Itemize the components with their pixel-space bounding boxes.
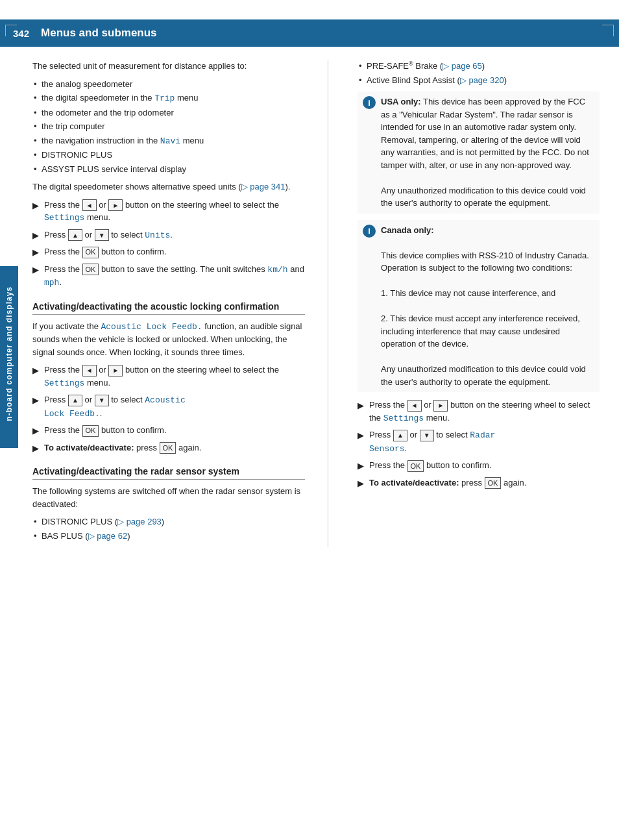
list-item: the navigation instruction in the Navi m…	[32, 134, 305, 148]
list-item: DISTRONIC PLUS	[32, 149, 305, 162]
section2-body: The following systems are switched off w…	[32, 485, 305, 510]
info-text-canada: Canada only: This device complies with R…	[381, 224, 594, 389]
btn-right-s1: ►	[108, 365, 123, 377]
s1-step-activate-text: To activate/deactivate: press OK again.	[44, 441, 201, 454]
step-ud-text: Press ▲ or ▼ to select Units.	[44, 229, 173, 242]
ref-65: ▷ page 65	[443, 61, 482, 71]
btn-ok-1: OK	[82, 247, 99, 258]
list-item-bas: BAS PLUS (▷ page 62)	[32, 530, 305, 543]
ref-293: ▷ page 293	[117, 517, 162, 526]
arrow-s1-3: ▶	[32, 425, 39, 438]
btn-ok-activate-s1: OK	[160, 442, 176, 454]
code-navi: Navi	[160, 136, 180, 146]
arrow-r2: ▶	[358, 429, 364, 442]
list-item-blind-spot: Active Blind Spot Assist (▷ page 320)	[358, 74, 600, 87]
right-col: PRE-SAFE® Brake (▷ page 65) Active Blind…	[351, 60, 600, 547]
btn-ok-2: OK	[82, 264, 99, 275]
info-icon-canada: i	[363, 225, 376, 238]
list-item: the odometer and the trip odometer	[32, 106, 305, 119]
code-trip: Trip	[154, 93, 175, 103]
blue-square-accent	[0, 422, 18, 440]
btn-up-r: ▲	[393, 430, 407, 441]
btn-up: ▲	[68, 229, 82, 241]
step-ok-save: ▶ Press the OK button to save the settin…	[32, 263, 305, 290]
right-bullets: PRE-SAFE® Brake (▷ page 65) Active Blind…	[358, 60, 600, 86]
arrow-right-icon4: ▶	[32, 264, 39, 277]
code-mph: mph	[44, 278, 59, 288]
list-item: the trip computer	[32, 120, 305, 133]
arrow-r1: ▶	[358, 399, 364, 412]
s1-step-activate: ▶ To activate/deactivate: press OK again…	[32, 441, 305, 455]
section1-heading: Activating/deactivating the acoustic loc…	[32, 301, 305, 312]
section1-divider	[32, 314, 305, 315]
corner-tr	[602, 25, 614, 36]
code-settings-r: Settings	[383, 414, 424, 423]
corner-tl	[5, 25, 17, 36]
s1-step-ud-text: Press ▲ or ▼ to select AcousticLock Feed…	[44, 393, 186, 420]
r-step-lr-text: Press the ◄ or ► button on the steering …	[369, 399, 600, 425]
r-step-ud: ▶ Press ▲ or ▼ to select RadarSensors.	[358, 428, 600, 455]
step-ok-confirm: ▶ Press the OK button to confirm.	[32, 245, 305, 259]
arrow-s1-2: ▶	[32, 394, 39, 407]
list-item: ASSYST PLUS service interval display	[32, 163, 305, 176]
btn-up-s1: ▲	[68, 395, 82, 406]
col-divider	[328, 60, 328, 547]
canada-label: Canada only:	[381, 225, 434, 235]
code-settings-s1: Settings	[44, 378, 84, 388]
r-step-ok-text: Press the OK button to confirm.	[369, 459, 492, 472]
section2-divider	[32, 479, 305, 480]
code-kmh: km/h	[267, 265, 287, 275]
arrow-right-icon2: ▶	[32, 229, 39, 242]
info-block-canada: i Canada only: This device complies with…	[358, 220, 600, 393]
ref-62: ▷ page 62	[88, 531, 128, 541]
arrow-s1-1: ▶	[32, 364, 39, 377]
step-ok-text: Press the OK button to confirm.	[44, 245, 167, 258]
s1-step-ok-text: Press the OK button to confirm.	[44, 424, 167, 437]
code-settings: Settings	[44, 213, 84, 223]
activate-label-s1: To activate/deactivate:	[44, 443, 134, 452]
btn-ok-r: OK	[407, 460, 424, 472]
r-step-ud-text: Press ▲ or ▼ to select RadarSensors.	[369, 428, 495, 455]
step-lr-text: Press the ◄ or ► button on the steering …	[44, 199, 305, 225]
r-step-lr: ▶ Press the ◄ or ► button on the steerin…	[358, 399, 600, 425]
btn-ok-activate-r: OK	[485, 477, 502, 489]
s1-step-ok: ▶ Press the OK button to confirm.	[32, 424, 305, 438]
step-lr-settings: ▶ Press the ◄ or ► button on the steerin…	[32, 199, 305, 225]
list-item: the analog speedometer	[32, 78, 305, 91]
list-item-presafe: PRE-SAFE® Brake (▷ page 65)	[358, 60, 600, 73]
content-area: The selected unit of measurement for dis…	[0, 47, 619, 560]
arrow-r4: ▶	[358, 477, 364, 490]
s1-step-ud: ▶ Press ▲ or ▼ to select AcousticLock Fe…	[32, 393, 305, 420]
left-col: The selected unit of measurement for dis…	[32, 60, 305, 547]
s1-step-lr: ▶ Press the ◄ or ► button on the steerin…	[32, 364, 305, 389]
list-item-distronic: DISTRONIC PLUS (▷ page 293)	[32, 515, 305, 528]
step-ok-save-text: Press the OK button to save the setting.…	[44, 263, 305, 290]
info-text-usa: USA only: This device has been approved …	[381, 95, 594, 210]
code-acoustic: Acoustic Lock Feedb.	[101, 322, 202, 332]
btn-down-r: ▼	[420, 430, 434, 441]
btn-left-s1: ◄	[82, 365, 97, 377]
code-acoustic-lock: AcousticLock Feedb.	[44, 395, 186, 419]
activate-label-r: To activate/deactivate:	[369, 478, 459, 488]
code-units: Units	[145, 230, 170, 240]
info-block-usa: i USA only: This device has been approve…	[358, 92, 600, 214]
list-item: the digital speedometer in the Trip menu	[32, 92, 305, 105]
header-bar: 342 Menus and submenus	[0, 19, 619, 47]
header-title: Menus and submenus	[41, 27, 157, 40]
section2-heading: Activating/deactivating the radar sensor…	[32, 466, 305, 476]
usa-label: USA only:	[381, 97, 421, 106]
r-step-activate-text: To activate/deactivate: press OK again.	[369, 476, 526, 489]
btn-left-r: ◄	[407, 400, 422, 412]
side-tab: On-board computer and displays	[0, 266, 18, 448]
btn-left: ◄	[82, 199, 97, 211]
ref-320: ▷ page 320	[460, 75, 504, 85]
btn-down-s1: ▼	[95, 395, 109, 406]
arrow-right-icon: ▶	[32, 199, 39, 212]
section2-bullets: DISTRONIC PLUS (▷ page 293) BAS PLUS (▷ …	[32, 515, 305, 542]
info-icon-usa: i	[363, 96, 376, 109]
btn-right-r: ►	[433, 400, 448, 412]
r-step-activate: ▶ To activate/deactivate: press OK again…	[358, 476, 600, 490]
btn-down: ▼	[95, 229, 109, 241]
btn-ok-s1: OK	[82, 425, 99, 437]
r-step-ok: ▶ Press the OK button to confirm.	[358, 459, 600, 473]
